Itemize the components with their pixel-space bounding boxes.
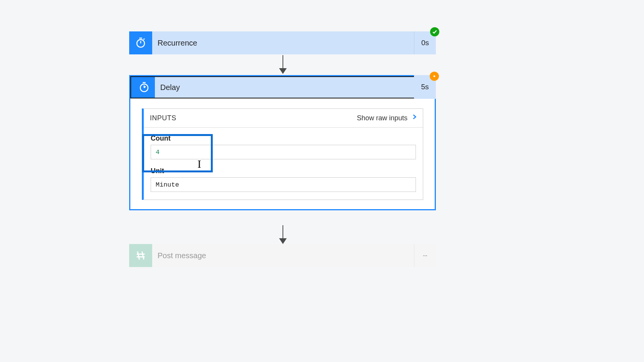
unit-input[interactable]: Minute	[151, 177, 416, 192]
arrow-head-icon	[279, 68, 287, 74]
count-value: 4	[156, 149, 159, 156]
status-success-icon	[430, 27, 439, 36]
recurrence-icon	[129, 31, 152, 54]
show-raw-inputs-link[interactable]: Show raw inputs	[357, 113, 417, 123]
field-label: Count	[151, 134, 416, 143]
inputs-body: Count 4 Unit Minute	[144, 128, 423, 200]
inputs-header-label: INPUTS	[150, 114, 176, 122]
post-message-icon	[129, 244, 152, 267]
arrow-head-icon	[279, 238, 287, 244]
step-delay[interactable]: Delay INPUTS Show raw inputs	[129, 75, 436, 210]
step-duration: --	[414, 244, 436, 267]
status-warning-icon	[430, 72, 439, 81]
field-count: Count 4	[151, 134, 416, 159]
flow-canvas: Recurrence 0s Delay INP	[0, 0, 644, 362]
svg-line-10	[142, 252, 144, 260]
delay-icon	[133, 77, 155, 98]
field-unit: Unit Minute	[151, 167, 416, 192]
svg-line-3	[144, 39, 145, 40]
unit-value: Minute	[156, 181, 179, 188]
step-title: Recurrence	[152, 31, 414, 54]
svg-line-9	[138, 252, 140, 260]
chevron-right-icon	[411, 113, 417, 123]
svg-point-8	[434, 75, 435, 77]
inputs-panel: INPUTS Show raw inputs Count	[142, 108, 423, 200]
delay-body: INPUTS Show raw inputs Count	[130, 98, 435, 209]
delay-header[interactable]: Delay	[130, 76, 436, 98]
field-label: Unit	[151, 167, 416, 175]
connector-arrow	[283, 225, 283, 239]
show-raw-label: Show raw inputs	[357, 114, 407, 122]
step-title: Post message	[152, 244, 414, 267]
inputs-header: INPUTS Show raw inputs	[144, 109, 423, 128]
connector-arrow	[283, 55, 283, 69]
step-recurrence[interactable]: Recurrence 0s	[129, 31, 436, 54]
step-post-message[interactable]: Post message --	[129, 244, 436, 267]
step-title: Delay	[155, 77, 435, 98]
count-input[interactable]: 4	[151, 145, 416, 159]
